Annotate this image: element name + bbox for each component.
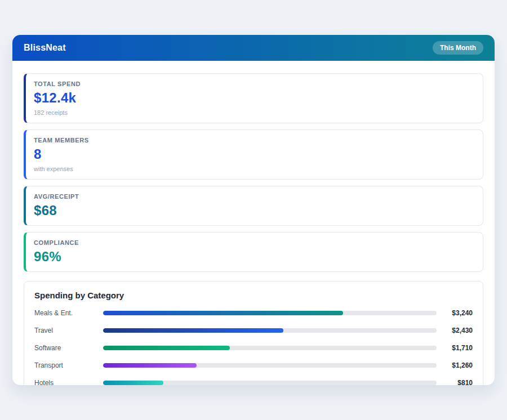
stat-card-total-spend: TOTAL SPEND $12.4k 182 receipts: [24, 73, 483, 123]
category-value: $1,260: [437, 361, 473, 369]
stat-label: COMPLIANCE: [34, 239, 474, 246]
spending-by-category-card: Spending by Category Meals & Ent. $3,240…: [24, 281, 483, 385]
app-title: BlissNeat: [24, 43, 66, 53]
category-value: $3,240: [437, 309, 473, 317]
category-label: Meals & Ent.: [34, 309, 103, 317]
bar-fill: [103, 311, 343, 315]
bar-fill: [103, 328, 283, 333]
bar-track: [103, 363, 437, 368]
bar-fill: [103, 381, 163, 385]
category-row-travel: Travel $2,430: [34, 327, 473, 334]
stat-subtext: 182 receipts: [34, 109, 474, 116]
stat-card-compliance: COMPLIANCE 96%: [24, 232, 483, 272]
category-value: $810: [437, 379, 473, 385]
category-value: $1,710: [437, 344, 473, 352]
app-header: BlissNeat This Month: [12, 35, 495, 61]
category-label: Hotels: [34, 379, 103, 385]
category-label: Transport: [34, 361, 103, 369]
dashboard-card: BlissNeat This Month TOTAL SPEND $12.4k …: [12, 35, 495, 385]
category-row-meals: Meals & Ent. $3,240: [34, 309, 473, 317]
bar-track: [103, 328, 437, 333]
category-row-hotels: Hotels $810: [34, 379, 473, 385]
stat-card-avg-receipt: AVG/RECEIPT $68: [24, 186, 483, 226]
bar-track: [103, 311, 437, 315]
period-badge[interactable]: This Month: [433, 41, 483, 55]
stat-label: TEAM MEMBERS: [34, 137, 474, 144]
stat-label: TOTAL SPEND: [34, 81, 474, 87]
stat-value: $68: [34, 203, 474, 218]
category-value: $2,430: [437, 327, 473, 334]
dashboard-body: TOTAL SPEND $12.4k 182 receipts TEAM MEM…: [12, 61, 495, 385]
stat-value: $12.4k: [34, 90, 474, 106]
category-row-software: Software $1,710: [34, 344, 473, 352]
stat-value: 96%: [34, 249, 474, 265]
chart-title: Spending by Category: [34, 291, 473, 300]
category-label: Software: [34, 344, 103, 352]
stat-value: 8: [34, 146, 474, 162]
category-row-transport: Transport $1,260: [34, 361, 473, 369]
bar-fill: [103, 346, 230, 350]
stat-subtext: with expenses: [34, 166, 474, 172]
stat-card-team-members: TEAM MEMBERS 8 with expenses: [24, 129, 483, 180]
category-label: Travel: [34, 327, 103, 334]
bar-fill: [103, 363, 197, 368]
stat-label: AVG/RECEIPT: [34, 193, 474, 200]
bar-track: [103, 346, 437, 350]
bar-track: [103, 381, 437, 385]
